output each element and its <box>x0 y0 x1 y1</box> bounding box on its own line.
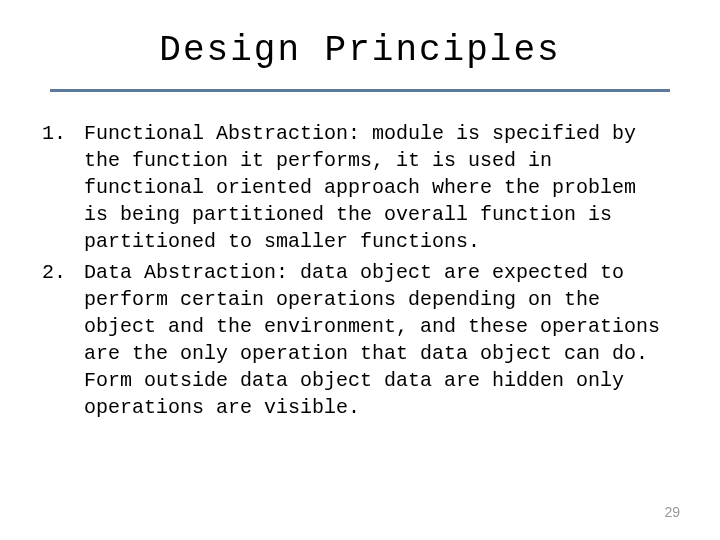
slide-title: Design Principles <box>50 30 670 71</box>
page-number: 29 <box>664 504 680 520</box>
slide: Design Principles Functional Abstraction… <box>0 0 720 540</box>
title-divider <box>50 89 670 92</box>
list-item: Data Abstraction: data object are expect… <box>78 259 670 421</box>
list-item: Functional Abstraction: module is specif… <box>78 120 670 255</box>
principles-list: Functional Abstraction: module is specif… <box>50 120 670 421</box>
